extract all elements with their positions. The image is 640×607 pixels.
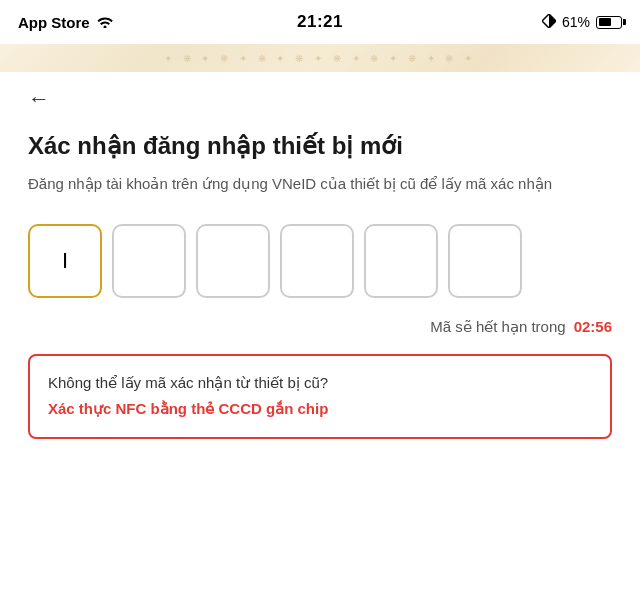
otp-box-4[interactable] [280,224,354,298]
otp-box-2[interactable] [112,224,186,298]
nfc-alternative-box[interactable]: Không thể lấy mã xác nhận từ thiết bị cũ… [28,354,612,439]
main-content: ← Xác nhận đăng nhập thiết bị mới Đăng n… [0,72,640,459]
otp-box-5[interactable] [364,224,438,298]
page-subtitle: Đăng nhập tài khoản trên ứng dụng VNeID … [28,173,612,196]
battery-indicator [596,16,622,29]
battery-icon [596,16,622,29]
otp-box-1[interactable]: I [28,224,102,298]
otp-box-3[interactable] [196,224,270,298]
timer-value: 02:56 [574,318,612,335]
timer-label: Mã sẽ hết hạn trong [430,318,565,336]
page-title: Xác nhận đăng nhập thiết bị mới [28,130,612,161]
timer-row: Mã sẽ hết hạn trong 02:56 [28,318,612,336]
location-icon [542,14,556,31]
otp-box-6[interactable] [448,224,522,298]
battery-percent: 61% [562,14,590,30]
back-button[interactable]: ← [28,88,50,110]
decorative-border [0,44,640,72]
status-bar: App Store 21:21 61% [0,0,640,44]
carrier-label: App Store [18,14,90,31]
otp-input-group: I [28,224,612,298]
status-right: 61% [542,14,622,31]
status-left: App Store [18,14,114,31]
nfc-text-highlight[interactable]: Xác thực NFC bằng thẻ CCCD gắn chip [48,398,592,421]
wifi-icon [96,14,114,31]
battery-fill [599,18,612,26]
nfc-text-normal: Không thể lấy mã xác nhận từ thiết bị cũ… [48,372,592,395]
status-time: 21:21 [297,12,343,32]
